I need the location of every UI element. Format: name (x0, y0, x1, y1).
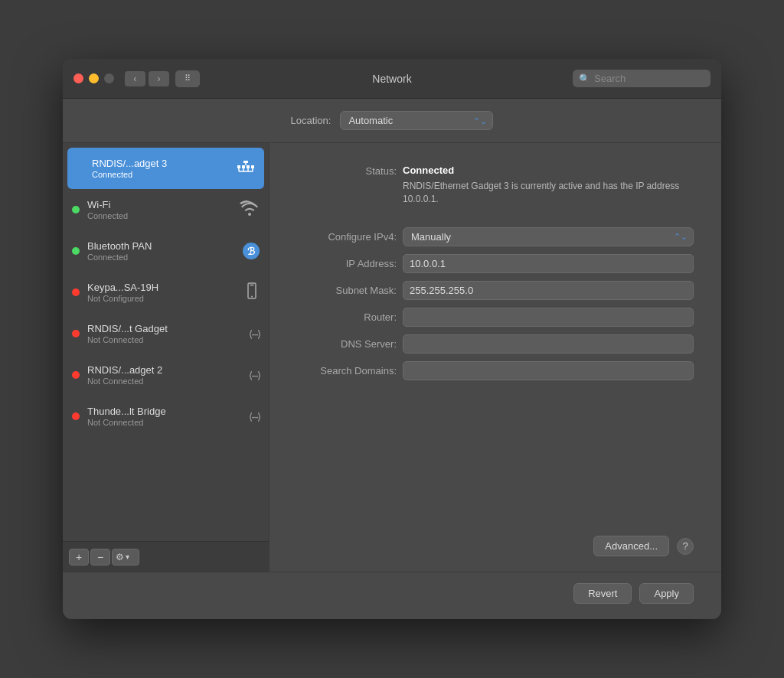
titlebar: ‹ › ⠿ Network 🔍 (63, 59, 721, 99)
network-status-rndis2: Not Connected (87, 376, 241, 386)
ip-address-row: IP Address: (297, 254, 694, 273)
network-name-thunderbolt: Thunde...lt Bridge (87, 406, 241, 417)
search-input[interactable] (594, 73, 704, 84)
configure-ipv4-wrapper: Manually Using DHCP Using DHCP with Manu… (403, 227, 694, 246)
window-title: Network (372, 73, 411, 85)
status-dot-bluetooth (72, 247, 80, 255)
network-name-rndis1: RNDIS/...t Gadget (87, 323, 241, 334)
configure-ipv4-select[interactable]: Manually Using DHCP Using DHCP with Manu… (403, 227, 694, 246)
forward-button[interactable]: › (149, 71, 169, 86)
dns-server-row: DNS Server: (297, 334, 694, 354)
status-section: Status: Connected RNDIS/Ethernet Gadget … (297, 165, 694, 209)
gear-icon: ⚙ (116, 552, 124, 562)
eth-icon-rndis2: ⟨·····⟩ (249, 370, 260, 381)
status-row: Status: Connected (297, 165, 694, 177)
svg-rect-1 (242, 165, 245, 168)
network-name-keyspan: Keypa...SA-19H (87, 282, 237, 293)
dns-server-wrapper (403, 334, 694, 354)
svg-rect-10 (243, 161, 248, 163)
sidebar-item-keyspan[interactable]: Keypa...SA-19H Not Configured (63, 272, 269, 313)
phone-icon (244, 282, 260, 302)
location-select[interactable]: Automatic Home Work Edit Locations... (340, 111, 493, 130)
network-info-wifi: Wi-Fi Connected (87, 199, 232, 220)
advanced-button[interactable]: Advanced... (593, 536, 669, 556)
apply-button[interactable]: Apply (639, 583, 694, 604)
sidebar-item-thunderbolt[interactable]: Thunde...lt Bridge Not Connected ⟨·····⟩ (63, 396, 269, 437)
eth-icon-thunderbolt: ⟨·····⟩ (249, 411, 260, 422)
location-bar: Location: Automatic Home Work Edit Locat… (63, 99, 721, 143)
network-status-wifi: Connected (87, 211, 232, 220)
network-status-rndis1: Not Connected (87, 335, 241, 344)
router-wrapper (403, 308, 694, 327)
gear-chevron-icon: ▾ (126, 553, 129, 561)
revert-button[interactable]: Revert (573, 583, 632, 604)
svg-rect-3 (251, 165, 254, 168)
network-status-keyspan: Not Configured (87, 294, 237, 303)
svg-rect-0 (237, 165, 240, 168)
status-dot-rndis2 (72, 371, 80, 379)
network-info-rndis1: RNDIS/...t Gadget Not Connected (87, 323, 241, 344)
search-icon: 🔍 (579, 73, 590, 84)
nav-buttons: ‹ › (125, 71, 169, 86)
search-box: 🔍 (573, 70, 710, 87)
grid-button[interactable]: ⠿ (175, 70, 200, 87)
description-spacer (297, 180, 397, 181)
dns-server-label: DNS Server: (297, 338, 397, 350)
sidebar-list: RNDIS/...adget 3 Connected (63, 143, 269, 541)
main-content: RNDIS/...adget 3 Connected (63, 143, 721, 572)
sidebar-item-rndis1[interactable]: RNDIS/...t Gadget Not Connected ⟨·····⟩ (63, 313, 269, 354)
sidebar-item-wifi[interactable]: Wi-Fi Connected (63, 189, 269, 230)
search-domains-wrapper (403, 361, 694, 380)
network-name-wifi: Wi-Fi (87, 199, 232, 210)
back-button[interactable]: ‹ (125, 71, 145, 86)
router-input[interactable] (403, 308, 694, 327)
description-row: RNDIS/Ethernet Gadget 3 is currently act… (297, 180, 694, 206)
subnet-mask-row: Subnet Mask: (297, 281, 694, 300)
network-info-rndis3: RNDIS/...adget 3 Connected (92, 158, 229, 179)
maximize-button[interactable] (104, 73, 114, 83)
help-button[interactable]: ? (677, 538, 694, 555)
sidebar-item-rndis3[interactable]: RNDIS/...adget 3 Connected (67, 148, 264, 189)
network-name-rndis2: RNDIS/...adget 2 (87, 364, 241, 376)
network-status-rndis3: Connected (92, 170, 229, 179)
status-dot-rndis1 (72, 330, 80, 337)
network-info-rndis2: RNDIS/...adget 2 Not Connected (87, 364, 241, 386)
dns-server-input[interactable] (403, 334, 694, 354)
traffic-lights (74, 73, 114, 83)
status-label: Status: (297, 165, 397, 177)
sidebar-item-rndis2[interactable]: RNDIS/...adget 2 Not Connected ⟨·····⟩ (63, 354, 269, 396)
ip-address-wrapper (403, 254, 694, 273)
network-status-thunderbolt: Not Connected (87, 418, 241, 427)
router-row: Router: (297, 308, 694, 327)
router-label: Router: (297, 311, 397, 323)
subnet-mask-wrapper (403, 281, 694, 300)
remove-network-button[interactable]: − (90, 549, 110, 566)
status-dot-thunderbolt (72, 412, 80, 420)
status-dot-wifi (72, 206, 80, 214)
bluetooth-icon: ℬ (243, 243, 260, 259)
details-panel: Status: Connected RNDIS/Ethernet Gadget … (270, 143, 721, 572)
search-domains-input[interactable] (403, 361, 694, 380)
location-select-wrapper: Automatic Home Work Edit Locations... (340, 111, 493, 130)
status-value: Connected (403, 165, 694, 176)
location-label: Location: (291, 115, 332, 126)
network-name-rndis3: RNDIS/...adget 3 (92, 158, 229, 169)
close-button[interactable] (74, 73, 83, 83)
network-name-bluetooth: Bluetooth PAN (87, 240, 235, 252)
network-info-thunderbolt: Thunde...lt Bridge Not Connected (87, 406, 241, 427)
subnet-mask-input[interactable] (403, 281, 694, 300)
search-domains-label: Search Domains: (297, 365, 397, 376)
sidebar-toolbar: + − ⚙ ▾ (63, 541, 269, 572)
sidebar: RNDIS/...adget 3 Connected (63, 143, 270, 572)
minimize-button[interactable] (89, 73, 99, 83)
sidebar-item-bluetooth[interactable]: Bluetooth PAN Connected ℬ (63, 230, 269, 272)
network-status-bluetooth: Connected (87, 253, 235, 262)
ip-address-input[interactable] (403, 254, 694, 273)
subnet-mask-label: Subnet Mask: (297, 285, 397, 296)
add-network-button[interactable]: + (69, 549, 89, 566)
footer-buttons: Revert Apply (63, 572, 721, 619)
gear-menu-button[interactable]: ⚙ ▾ (112, 549, 139, 566)
status-dot-keyspan (72, 288, 80, 296)
eth-icon-rndis3 (237, 160, 255, 177)
svg-rect-2 (247, 165, 250, 168)
